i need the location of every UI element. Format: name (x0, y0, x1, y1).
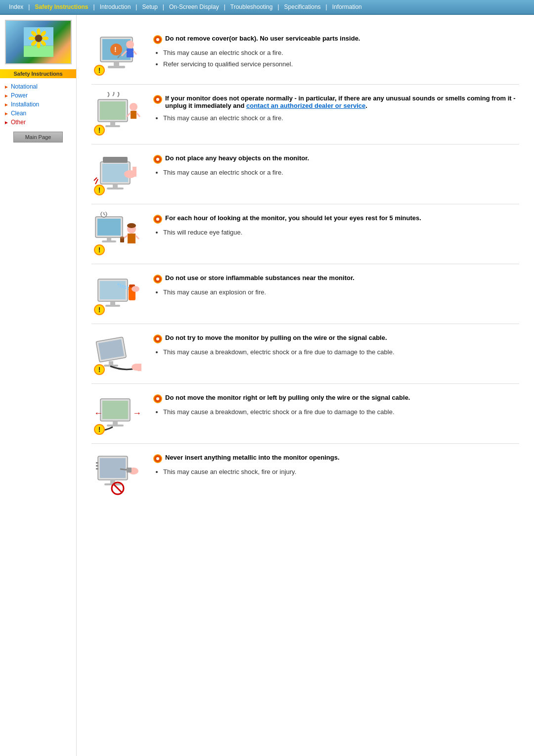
svg-text:→: → (133, 408, 141, 418)
svg-point-4 (42, 37, 48, 41)
exclaim-badge-4: ! (94, 244, 105, 255)
item-header-3: Do not place any heavy objects on the mo… (153, 154, 519, 164)
sidebar-item-installation[interactable]: ► Installation (4, 100, 72, 109)
item-header-4: For each hour of looking at the monitor,… (153, 214, 519, 224)
svg-rect-25 (110, 122, 115, 126)
svg-rect-63 (109, 361, 113, 365)
nav-safety[interactable]: Safety Instructions (31, 2, 92, 12)
bullet-2-1: This may cause an electric shock or a fi… (163, 113, 519, 124)
exclaim-badge-2: ! (94, 125, 105, 136)
item-header-6: Do not try to move the monitor by pullin… (153, 334, 519, 343)
arrow-icon: ► (4, 111, 9, 116)
svg-rect-66 (137, 364, 141, 371)
sidebar-link-clean[interactable]: Clean (11, 110, 26, 117)
navbar: Index | Safety Instructions | Introducti… (0, 0, 534, 15)
bullet-3-1: This may cause an electric shock or a fi… (163, 168, 519, 178)
item-bullets-5: This may cause an explosion or fire. (153, 287, 519, 298)
svg-rect-33 (113, 184, 118, 188)
arrow-icon: ► (4, 84, 9, 90)
exclaim-badge-5: ! (94, 304, 105, 315)
nav-info[interactable]: Information (328, 2, 366, 12)
svg-rect-57 (105, 305, 120, 307)
item-bullets-2: This may cause an electric shock or a fi… (153, 113, 519, 124)
item-bullets-4: This will reduce eye fatigue. (153, 228, 519, 238)
sidebar-link-other[interactable]: Other (11, 119, 26, 126)
svg-line-38 (95, 179, 98, 184)
svg-rect-68 (102, 401, 128, 419)
svg-rect-34 (107, 188, 124, 189)
nav-specs[interactable]: Specifications (280, 2, 325, 12)
nav-sep-7: | (325, 3, 328, 10)
sidebar-item-clean[interactable]: ► Clean (4, 109, 72, 118)
item-image-1: ! ! (91, 32, 143, 77)
safety-item-6: ! Do not try to move the monitor by pull… (91, 324, 519, 384)
item-header-8: Never insert anything metallic into the … (153, 454, 519, 463)
item-bullets-7: This may cause a breakdown, electric sho… (153, 407, 519, 418)
nav-osd[interactable]: On-Screen Display (165, 2, 223, 12)
bullet-5-1: This may cause an explosion or fire. (163, 287, 519, 298)
svg-rect-24 (100, 101, 126, 120)
safety-item-5: ! Do not use or store inflammable substa… (91, 264, 519, 324)
dealer-link[interactable]: contact an authorized dealer or service (246, 102, 365, 109)
svg-rect-74 (100, 458, 126, 478)
item-image-7: ← → ! (91, 391, 143, 436)
bullet-1-1: This may cause an electric shock or a fi… (163, 48, 519, 58)
svg-rect-26 (105, 125, 120, 127)
svg-rect-37 (133, 167, 136, 177)
sidebar-title: Safety Instructions (0, 69, 76, 78)
arrow-icon: ► (4, 120, 9, 125)
svg-rect-70 (107, 425, 124, 426)
svg-rect-35 (103, 157, 128, 163)
bullet-4-1: This will reduce eye fatigue. (163, 228, 519, 238)
sidebar-link-power[interactable]: Power (11, 92, 28, 99)
warning-icon-2 (153, 95, 162, 104)
warning-icon-4 (153, 215, 162, 224)
svg-line-19 (134, 51, 136, 54)
warning-icon-8 (153, 454, 162, 463)
item-title-2: If your monitor does not operate normall… (165, 94, 519, 109)
svg-text:!: ! (114, 46, 117, 53)
item-bullets-1: This may cause an electric shock or a fi… (153, 48, 519, 70)
safety-item-8: Never insert anything metallic into the … (91, 444, 519, 503)
item-text-2: If your monitor does not operate normall… (153, 92, 519, 125)
warning-icon-5 (153, 275, 162, 284)
flower-icon (24, 27, 53, 57)
item-header-2: If your monitor does not operate normall… (153, 94, 519, 109)
svg-rect-32 (102, 164, 128, 182)
item-image-8 (91, 451, 143, 496)
svg-point-50 (120, 236, 124, 238)
item-bullets-6: This may cause a breakdown, electric sho… (153, 347, 519, 358)
safety-item-1: ! ! Do not remove cover(or back). No use… (91, 25, 519, 85)
item-title-8: Never insert anything metallic into the … (165, 454, 340, 461)
sidebar-item-notational[interactable]: ► Notational (4, 82, 72, 91)
sidebar-link-notational[interactable]: Notational (11, 83, 38, 90)
bullet-8-1: This may cause an electric shock, fire o… (163, 467, 519, 477)
safety-item-2: ! If your monitor does not operate norma… (91, 85, 519, 144)
item-image-4: ! (91, 212, 143, 256)
item-header-5: Do not use or store inflammable substanc… (153, 274, 519, 284)
sidebar-item-other[interactable]: ► Other (4, 118, 72, 127)
svg-text:←: ← (94, 408, 103, 418)
sidebar-item-power[interactable]: ► Power (4, 91, 72, 100)
svg-rect-41 (97, 219, 121, 236)
nav-index[interactable]: Index (5, 2, 27, 12)
metallic-insert-icon (93, 451, 142, 496)
bullet-7-1: This may cause a breakdown, electric sho… (163, 407, 519, 418)
warning-icon-1 (153, 35, 162, 44)
main-page-button[interactable]: Main Page (13, 132, 63, 142)
svg-rect-77 (96, 468, 98, 470)
nav-troubleshoot[interactable]: Troubleshooting (226, 2, 277, 12)
item-title-6: Do not try to move the monitor by pullin… (165, 334, 387, 341)
nav-setup[interactable]: Setup (138, 2, 161, 12)
warning-icon-6 (153, 334, 162, 343)
main-content: ! ! Do not remove cover(or back). No use… (77, 15, 534, 756)
nav-intro[interactable]: Introduction (96, 2, 135, 12)
item-title-3: Do not place any heavy objects on the mo… (165, 154, 309, 162)
sidebar-link-installation[interactable]: Installation (11, 101, 39, 108)
svg-rect-69 (113, 421, 118, 425)
item-text-7: Do not move the monitor right or left by… (153, 391, 519, 419)
item-bullets-3: This may cause an electric shock or a fi… (153, 168, 519, 178)
item-bullets-8: This may cause an electric shock, fire o… (153, 467, 519, 477)
svg-rect-82 (127, 468, 132, 472)
exclaim-badge-7: ! (94, 424, 105, 435)
